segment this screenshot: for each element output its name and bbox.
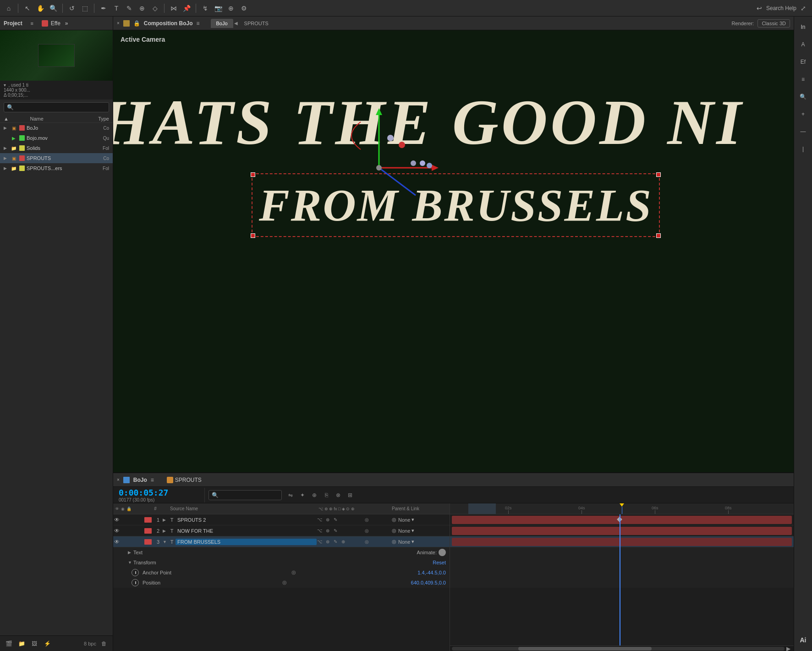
project-search-bar[interactable]: 🔍	[4, 102, 109, 112]
type-column-header[interactable]: Type	[83, 116, 110, 121]
lr-sw-1-1[interactable]: ⌥	[317, 517, 323, 523]
lh-source-name[interactable]: Source Name	[168, 506, 317, 511]
lr-parent-link-3[interactable]: ◎	[392, 539, 396, 545]
eraser-tool[interactable]: ◇	[150, 3, 160, 13]
lr-sw-3-6[interactable]	[356, 539, 362, 545]
select-rect-tool[interactable]: ⬚	[80, 3, 90, 13]
expand-icon[interactable]: »	[65, 20, 68, 27]
lr-sw-2-5[interactable]	[348, 528, 354, 534]
footage-icon[interactable]: 🖼	[29, 639, 39, 649]
rp-menu-icon[interactable]: ≡	[796, 72, 810, 86]
project-panel-menu[interactable]: ≡	[27, 18, 37, 28]
lr-none-2[interactable]: None▾	[398, 528, 414, 534]
hand-tool[interactable]: ✋	[35, 3, 45, 13]
lr-sw-1-6[interactable]	[356, 517, 362, 523]
rp-search-icon[interactable]: 🔍	[796, 90, 810, 104]
lr-parent-link-1[interactable]: ◎	[392, 517, 396, 523]
lr-parent-link-2[interactable]: ◎	[392, 528, 396, 534]
cursor-tool[interactable]: ↖	[22, 3, 33, 13]
camera-tool[interactable]: 📷	[213, 3, 223, 13]
transform-gizmo[interactable]	[324, 104, 461, 218]
comp-tab-sprouts[interactable]: SPROUTS	[239, 19, 274, 28]
lr-sw-1-spiral[interactable]: ◎	[363, 517, 370, 523]
stamp-tool[interactable]: ⊕	[137, 3, 147, 13]
lr-sw-2-spiral[interactable]: ◎	[363, 528, 370, 534]
expand-arrow-solids[interactable]: ▶	[4, 146, 8, 150]
expand-arrow-bojo[interactable]: ▶	[4, 126, 8, 130]
sub-row-text[interactable]: ▶ Text Animate:	[113, 547, 450, 557]
comp-menu-icon[interactable]: ≡	[197, 20, 200, 27]
text-expand[interactable]: ▶	[124, 550, 130, 555]
timeline-scroll[interactable]: ▶	[450, 645, 794, 651]
rp-ef-icon[interactable]: Ef	[796, 55, 810, 69]
name-column-header[interactable]: Name	[30, 116, 57, 121]
rp-ai-icon[interactable]: Ai	[800, 636, 807, 647]
position-stopwatch[interactable]	[132, 579, 139, 586]
lr-expand-2[interactable]: ▶	[163, 529, 168, 533]
viewport[interactable]: Active Camera HATS THE GOOD NI	[113, 30, 794, 472]
animate-button[interactable]	[439, 549, 446, 556]
transform-expand[interactable]: ▼	[124, 560, 130, 565]
layer-row-1[interactable]: 👁 1 ▶ T SPROUTS 2 ⌥ ⊛ ✎	[113, 514, 450, 525]
rp-minus-icon[interactable]: —	[796, 125, 810, 138]
add-tool[interactable]: ⊕	[226, 3, 236, 13]
layer-row-3[interactable]: 👁 3 ▼ T FROM BRUSSELS ⌥ ⊛ ✎ ⊕	[113, 536, 450, 547]
sub-row-position[interactable]: Position ◎ 640.0,409.5,0.0	[113, 578, 450, 588]
tl-ctrl-move[interactable]: ⊕	[309, 490, 319, 500]
pen-tool[interactable]: ✒	[99, 3, 109, 13]
rp-add-icon[interactable]: +	[796, 107, 810, 121]
lr-sw-1-4[interactable]	[340, 517, 346, 523]
layer-row-2[interactable]: 👁 2 ▶ T NOW FOR THE ⌥ ⊛ ✎	[113, 525, 450, 536]
lr-sw-2-4[interactable]	[340, 528, 346, 534]
lr-none-1[interactable]: None▾	[398, 517, 414, 523]
lr-sw-3-5[interactable]	[348, 539, 354, 545]
anchor-stopwatch[interactable]	[132, 569, 139, 576]
lr-sw-3-3[interactable]: ✎	[332, 539, 339, 545]
lr-sw-1-5[interactable]	[348, 517, 354, 523]
new-comp-icon[interactable]: 🎬	[4, 639, 14, 649]
roto-tool[interactable]: ⋈	[169, 3, 179, 13]
lr-sw-3-spiral[interactable]: ◎	[363, 539, 370, 545]
settings-icon[interactable]: ⚙	[239, 3, 249, 13]
tl-search-input[interactable]	[219, 492, 279, 498]
anchor-link-icon[interactable]: ◎	[291, 569, 296, 575]
pin-tool[interactable]: 📌	[181, 3, 192, 13]
timeline-right-nav[interactable]: ▶	[785, 645, 792, 651]
sub-row-transform[interactable]: ▼ Transform Reset	[113, 557, 450, 568]
maximize-icon[interactable]: ⤢	[798, 3, 808, 13]
handle-tr[interactable]	[656, 172, 661, 177]
new-folder-icon[interactable]: 📁	[16, 639, 27, 649]
tl-close-icon[interactable]: ×	[117, 477, 120, 482]
lr-sw-2-2[interactable]: ⊛	[324, 528, 331, 534]
tl-ctrl-solo[interactable]: ⇋	[285, 490, 296, 500]
handle-br[interactable]	[656, 233, 661, 238]
lr-sw-3-1[interactable]: ⌥	[317, 539, 323, 545]
scroll-thumb[interactable]	[518, 647, 651, 651]
tl-ctrl-link[interactable]: ⊗	[333, 490, 343, 500]
motion-tool[interactable]: ↯	[200, 3, 210, 13]
project-search-input[interactable]	[16, 105, 106, 110]
lr-expand-1[interactable]: ▶	[163, 518, 168, 522]
lr-sw-1-3[interactable]: ✎	[332, 517, 339, 523]
transform-reset[interactable]: Reset	[433, 560, 450, 565]
project-item-solids[interactable]: ▶ 📁 Solids Fol	[0, 143, 113, 153]
expand-arrow-sprouts-ers[interactable]: ▶	[4, 166, 8, 171]
position-link-icon[interactable]: ◎	[282, 579, 287, 585]
tl-timecode[interactable]: 0:00:05:27	[119, 488, 199, 497]
comp-lock-icon[interactable]: 🔒	[133, 20, 140, 27]
effect-presets-icon[interactable]: ⚡	[42, 639, 52, 649]
zoom-tool[interactable]: 🔍	[48, 3, 58, 13]
comp-tab-bojo[interactable]: BoJo	[211, 19, 233, 28]
position-value[interactable]: 640.0,409.5,0.0	[411, 580, 450, 585]
lr-sw-1-2[interactable]: ⊛	[324, 517, 331, 523]
lr-sw-3-2[interactable]: ⊛	[324, 539, 331, 545]
tl-menu-icon[interactable]: ≡	[151, 477, 154, 483]
lr-vis-3[interactable]: 👁	[113, 539, 121, 545]
type-tool[interactable]: T	[111, 3, 121, 13]
lr-vis-1[interactable]: 👁	[113, 517, 121, 523]
rp-info-icon[interactable]: In	[796, 20, 810, 34]
delete-icon[interactable]: 🗑	[99, 639, 109, 649]
pencil-tool[interactable]: ✎	[124, 3, 134, 13]
lr-sw-2-3[interactable]: ✎	[332, 528, 339, 534]
renderer-value[interactable]: Classic 3D	[757, 19, 790, 28]
